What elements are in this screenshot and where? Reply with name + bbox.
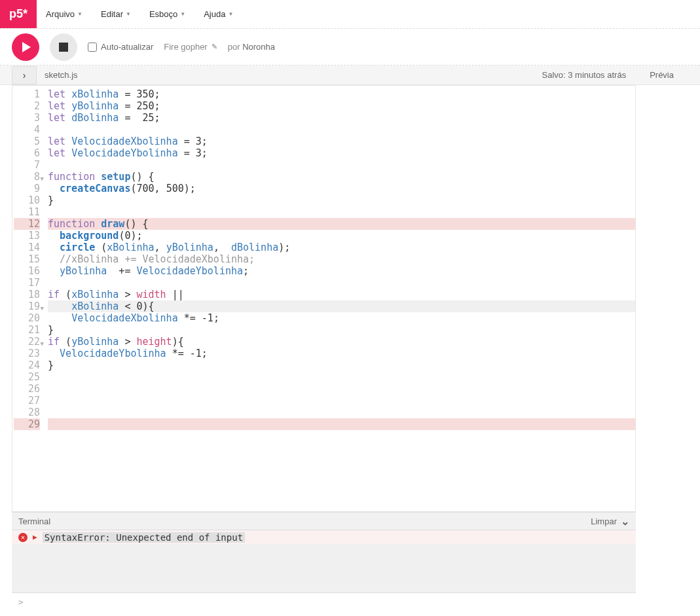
line-number: 23 — [14, 348, 40, 359]
code-line[interactable]: if (yBolinha > height){ — [48, 336, 635, 348]
stop-button[interactable] — [50, 33, 77, 61]
line-number: 15 — [14, 253, 40, 265]
chevron-down-icon: ▼ — [228, 11, 233, 17]
code-content[interactable]: let xBolinha = 350;let yBolinha = 250;le… — [44, 86, 635, 511]
menu-sketch-label: Esboço — [149, 9, 177, 19]
line-number: 7 — [14, 159, 40, 171]
code-line[interactable]: //xBolinha += VelocidadeXbolinha; — [48, 253, 635, 265]
auto-refresh-label: Auto-atualizar — [101, 42, 153, 52]
code-line[interactable]: } — [48, 194, 635, 206]
code-line[interactable] — [48, 277, 635, 289]
line-number: 14 — [14, 242, 40, 253]
line-number: 2 — [14, 100, 40, 112]
sketch-name-text: Fire gopher — [164, 42, 207, 52]
code-line[interactable]: let xBolinha = 350; — [48, 88, 635, 100]
menu-edit-label: Editar — [101, 9, 123, 19]
line-number: 19▼ — [14, 300, 40, 312]
line-number: 25 — [14, 371, 40, 383]
code-line[interactable] — [48, 371, 635, 383]
code-line[interactable]: let yBolinha = 250; — [48, 100, 635, 112]
menu-help[interactable]: Ajuda▼ — [194, 0, 242, 28]
code-line[interactable] — [48, 159, 635, 171]
sidebar-expand-button[interactable]: › — [12, 66, 37, 84]
code-line[interactable]: function draw() { — [48, 218, 635, 230]
auto-refresh-toggle[interactable]: Auto-atualizar — [88, 42, 153, 52]
line-number: 13 — [14, 230, 40, 242]
chevron-down-icon: ⌄ — [621, 515, 629, 528]
logo[interactable]: p5* — [0, 0, 37, 28]
code-line[interactable]: if (xBolinha > width || — [48, 289, 635, 300]
fold-icon[interactable]: ▼ — [41, 338, 44, 350]
menu-file-label: Arquivo — [46, 9, 75, 19]
terminal-prompt: > — [18, 597, 24, 607]
author-name[interactable]: Noronha — [242, 42, 275, 52]
code-line[interactable]: createCanvas(700, 500); — [48, 183, 635, 194]
editor-column: 12345678▼910111213141516171819▼202122▼23… — [0, 85, 636, 610]
code-line[interactable] — [48, 407, 635, 418]
line-number: 17 — [14, 277, 40, 289]
by-label: por — [228, 42, 240, 52]
play-button[interactable] — [12, 33, 39, 61]
file-name[interactable]: sketch.js — [37, 70, 86, 80]
code-line[interactable]: VelocidadeXbolinha *= -1; — [48, 312, 635, 324]
fold-icon[interactable]: ▼ — [41, 302, 44, 314]
line-number: 11 — [14, 206, 40, 218]
menu-file[interactable]: Arquivo▼ — [37, 0, 92, 28]
code-line[interactable] — [48, 383, 635, 395]
line-number: 18 — [14, 289, 40, 300]
terminal-header: Terminal Limpar ⌄ — [12, 512, 636, 530]
line-number: 28 — [14, 407, 40, 418]
chevron-right-icon: › — [23, 70, 26, 81]
terminal-clear-button[interactable]: Limpar ⌄ — [591, 515, 629, 528]
code-line[interactable]: let VelocidadeXbolinha = 3; — [48, 136, 635, 147]
line-number: 6 — [14, 147, 40, 159]
menu-help-label: Ajuda — [204, 9, 225, 19]
code-line[interactable] — [48, 206, 635, 218]
line-number: 20 — [14, 312, 40, 324]
code-line[interactable]: VelocidadeYbolinha *= -1; — [48, 348, 635, 359]
sketch-name[interactable]: Fire gopher ✎ — [164, 42, 217, 52]
pencil-icon: ✎ — [212, 43, 217, 51]
line-number: 3 — [14, 112, 40, 124]
menu-items: Arquivo▼ Editar▼ Esboço▼ Ajuda▼ — [37, 0, 242, 28]
stop-icon — [59, 43, 68, 52]
chevron-down-icon: ▼ — [77, 11, 83, 17]
menu-edit[interactable]: Editar▼ — [92, 0, 140, 28]
play-icon — [22, 42, 31, 52]
fold-icon[interactable]: ▼ — [41, 173, 44, 185]
code-editor[interactable]: 12345678▼910111213141516171819▼202122▼23… — [12, 85, 636, 512]
line-number: 5 — [14, 136, 40, 147]
auto-refresh-checkbox[interactable] — [88, 43, 97, 52]
line-number: 29 — [14, 418, 40, 430]
line-number: 16 — [14, 265, 40, 277]
saved-status: Salvo: 3 minutos atrás — [542, 70, 638, 80]
code-line[interactable] — [48, 124, 635, 136]
menu-bar: p5* Arquivo▼ Editar▼ Esboço▼ Ajuda▼ — [0, 0, 700, 29]
file-header: › sketch.js Salvo: 3 minutos atrás Prévi… — [0, 65, 700, 85]
code-line[interactable] — [48, 395, 635, 407]
code-line[interactable]: background(0); — [48, 230, 635, 242]
error-message: SyntaxError: Unexpected end of input — [43, 532, 245, 543]
line-number: 4 — [14, 124, 40, 136]
code-line[interactable]: yBolinha += VelocidadeYbolinha; — [48, 265, 635, 277]
menu-sketch[interactable]: Esboço▼ — [140, 0, 194, 28]
terminal-title: Terminal — [18, 516, 50, 526]
line-number: 26 — [14, 383, 40, 395]
code-line[interactable]: circle (xBolinha, yBolinha, dBolinha); — [48, 242, 635, 253]
terminal-clear-label: Limpar — [591, 516, 617, 526]
code-line[interactable]: } — [48, 324, 635, 336]
code-line[interactable]: let dBolinha = 25; — [48, 112, 635, 124]
code-line[interactable]: function setup() { — [48, 171, 635, 183]
line-number: 22▼ — [14, 336, 40, 348]
line-number: 24 — [14, 359, 40, 371]
code-line[interactable]: let VelocidadeYbolinha = 3; — [48, 147, 635, 159]
code-line[interactable]: xBolinha < 0){ — [48, 300, 635, 312]
terminal-input[interactable]: > — [12, 593, 636, 610]
terminal-error-row: ✕ ▶ SyntaxError: Unexpected end of input — [12, 530, 636, 545]
terminal-output — [12, 545, 636, 593]
line-number: 10 — [14, 194, 40, 206]
toolbar: Auto-atualizar Fire gopher ✎ por Noronha — [0, 29, 700, 65]
code-line[interactable]: } — [48, 359, 635, 371]
line-number: 1 — [14, 88, 40, 100]
code-line[interactable] — [48, 418, 635, 430]
